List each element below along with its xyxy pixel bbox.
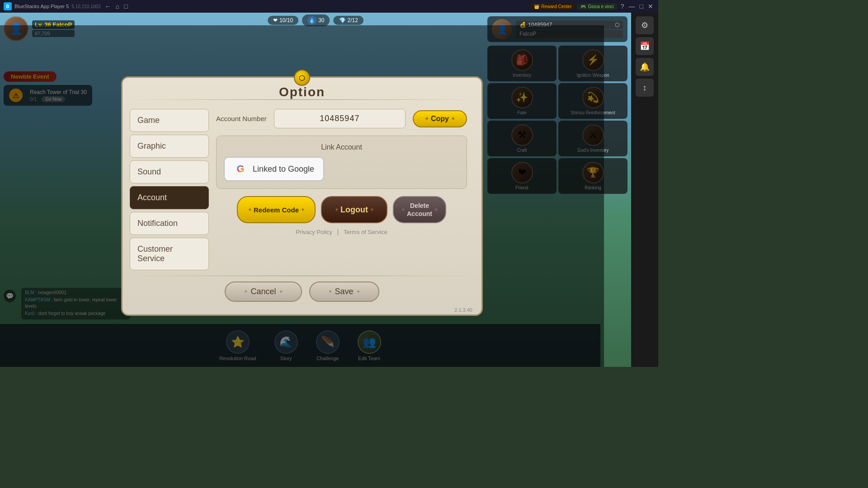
reward-center-label: Reward Center <box>541 4 571 9</box>
minimize-icon[interactable]: — <box>627 3 637 10</box>
google-icon: G <box>234 162 247 176</box>
bs-window-controls: 👑 Reward Center 🎮 Gioca e vinci ? — □ ✕ <box>530 3 655 10</box>
gems-icon: 💎 <box>339 17 346 23</box>
modal-body: Game Graphic Sound Account Notification … <box>123 103 481 276</box>
modal-gem-icon: ⬡ <box>294 70 310 86</box>
close-icon[interactable]: ✕ <box>646 3 655 10</box>
game-area: 👤 Lv. 36 FalcoP 87,709 Newble Event ⚠ Re… <box>0 13 631 367</box>
gems-value: 2/12 <box>348 17 358 23</box>
gioca-label: Gioca e vinci <box>588 4 613 9</box>
delete-account-button[interactable]: DeleteAccount <box>393 196 446 223</box>
menu-item-sound[interactable]: Sound <box>130 160 209 183</box>
save-button[interactable]: Save <box>309 282 379 302</box>
stamina-bar: 💧 30 <box>302 14 330 26</box>
account-number-label: Account Number <box>216 114 267 123</box>
right-sidebar: 👤 💰 10485947 ⬡ FalcoP 🎒 Inventory ⚡ Igni… <box>631 13 658 367</box>
linked-to-google-label: Linked to Google <box>253 164 314 174</box>
action-buttons: Redeem Code Logout DeleteAccount <box>216 196 467 223</box>
health-icon: ❤ <box>273 17 278 23</box>
sidebar-arrows-icon[interactable]: ↕ <box>636 79 654 97</box>
modal-deco-top <box>132 99 472 100</box>
modal-title: Option <box>123 85 481 99</box>
reward-center-btn[interactable]: 👑 Reward Center <box>530 3 575 10</box>
gioca-btn[interactable]: 🎮 Gioca e vinci <box>577 3 617 10</box>
google-g-letter: G <box>236 163 244 175</box>
help-icon[interactable]: ? <box>619 3 626 10</box>
stamina-icon: 💧 <box>307 16 316 25</box>
bluestacks-nav-buttons: ← ⌂ □ <box>103 3 129 10</box>
menu-item-notification[interactable]: Notification <box>130 212 209 235</box>
health-value: 10/10 <box>279 17 293 23</box>
modal-footer-buttons: Cancel Save <box>123 276 481 305</box>
top-center-hud: ❤ 10/10 💧 30 💎 2/12 <box>268 14 363 26</box>
sidebar-calendar-icon[interactable]: 📅 <box>636 37 654 55</box>
modal-overlay: ⬡ Option Game Graphic Sound Account Noti… <box>0 25 604 367</box>
link-account-title: Link Account <box>224 143 459 151</box>
menu-item-account[interactable]: Account <box>130 186 209 209</box>
linked-to-google-button[interactable]: G Linked to Google <box>224 157 324 181</box>
bookmark-icon[interactable]: □ <box>123 3 129 10</box>
copy-button[interactable]: Copy <box>413 110 467 127</box>
delete-account-label: DeleteAccount <box>407 202 432 218</box>
currency-bar-icon: ⬡ <box>615 22 619 28</box>
option-menu: Game Graphic Sound Account Notification … <box>130 109 209 270</box>
restore-icon[interactable]: □ <box>638 3 645 10</box>
redeem-code-button[interactable]: Redeem Code <box>237 196 316 223</box>
bluestacks-version: 5.10.210.1003 <box>71 4 100 9</box>
version-text: 2.1.3.40 <box>454 307 472 313</box>
menu-item-graphic[interactable]: Graphic <box>130 135 209 158</box>
home-icon[interactable]: ⌂ <box>114 3 120 10</box>
menu-item-customer-service[interactable]: Customer Service <box>130 238 209 270</box>
footer-divider <box>338 229 338 235</box>
menu-item-game[interactable]: Game <box>130 109 209 132</box>
footer-links: Privacy Policy Terms of Service <box>216 229 467 235</box>
link-account-section: Link Account G Linked to Google <box>216 136 467 189</box>
cancel-button[interactable]: Cancel <box>225 282 302 302</box>
gioca-icon: 🎮 <box>580 4 586 9</box>
bluestacks-title: BlueStacks App Player 5 <box>14 4 69 9</box>
logout-button[interactable]: Logout <box>321 196 387 223</box>
reward-icon: 👑 <box>534 4 539 9</box>
back-icon[interactable]: ← <box>103 3 112 10</box>
account-number-row: Account Number 10485947 Copy <box>216 109 467 128</box>
option-modal: ⬡ Option Game Graphic Sound Account Noti… <box>121 76 483 316</box>
bluestacks-bar: B BlueStacks App Player 5 5.10.210.1003 … <box>0 0 658 13</box>
sidebar-bell-icon[interactable]: 🔔 <box>636 58 654 76</box>
terms-of-service-link[interactable]: Terms of Service <box>344 229 387 235</box>
bluestacks-logo: B <box>4 2 12 10</box>
sidebar-gear-icon[interactable]: ⚙ <box>636 16 654 34</box>
account-number-value: 10485947 <box>274 109 406 128</box>
modal-header: ⬡ Option <box>123 78 481 103</box>
account-content: Account Number 10485947 Copy Link Accoun… <box>209 109 474 270</box>
stamina-value: 30 <box>318 17 324 23</box>
privacy-policy-link[interactable]: Privacy Policy <box>296 229 332 235</box>
